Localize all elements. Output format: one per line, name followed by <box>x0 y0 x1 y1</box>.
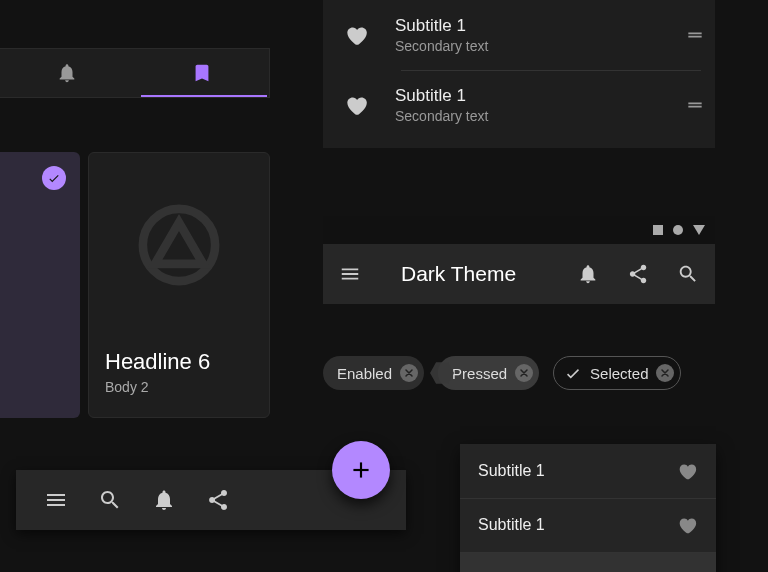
share-icon[interactable] <box>627 263 649 285</box>
chip-label: Enabled <box>337 365 392 382</box>
chip-selected[interactable]: Selected <box>553 356 681 390</box>
tab-notifications[interactable] <box>0 49 135 97</box>
chip-label: Selected <box>590 365 648 382</box>
chip-enabled[interactable]: Enabled <box>323 356 424 390</box>
list-item[interactable]: Subtitle 1 <box>460 552 716 572</box>
card-selected[interactable]: 6 <box>0 152 80 418</box>
search-icon[interactable] <box>677 263 699 285</box>
bookmark-icon <box>191 62 213 84</box>
heart-icon[interactable] <box>676 460 698 482</box>
menu-icon[interactable] <box>339 263 361 285</box>
list-item-title: Subtitle 1 <box>478 462 545 480</box>
card-headline: Headline 6 <box>105 349 253 375</box>
list-item-secondary: Secondary text <box>395 108 659 124</box>
bell-icon <box>56 62 78 84</box>
bell-icon[interactable] <box>152 488 176 512</box>
heart-icon <box>343 92 369 118</box>
chip-pressed[interactable]: Pressed <box>438 356 539 390</box>
chip-remove-icon[interactable] <box>515 364 533 382</box>
list-item[interactable]: Subtitle 1 <box>460 498 716 552</box>
tab-bar <box>0 48 270 98</box>
drag-handle-icon[interactable] <box>685 95 705 115</box>
share-icon[interactable] <box>206 488 230 512</box>
chip-remove-icon[interactable] <box>400 364 418 382</box>
drag-handle-icon[interactable] <box>685 25 705 45</box>
material-logo-icon <box>136 202 222 288</box>
list-item-title: Subtitle 1 <box>478 516 545 534</box>
list-item[interactable]: Subtitle 1 <box>460 444 716 498</box>
plus-icon <box>348 457 374 483</box>
status-square-icon <box>653 225 663 235</box>
list-item-title: Subtitle 1 <box>395 16 659 36</box>
list-item-title: Subtitle 1 <box>395 86 659 106</box>
heart-icon[interactable] <box>676 568 698 572</box>
fab-add[interactable] <box>332 441 390 499</box>
tab-bookmarks[interactable] <box>135 49 270 97</box>
app-bar-title: Dark Theme <box>401 262 549 286</box>
card-body: Body 2 <box>105 379 253 395</box>
status-bar <box>323 216 715 244</box>
app-bar: Dark Theme <box>323 244 715 304</box>
list-with-secondary: Subtitle 1 Secondary text Subtitle 1 Sec… <box>323 0 715 148</box>
bell-icon[interactable] <box>577 263 599 285</box>
list-item[interactable]: Subtitle 1 Secondary text <box>323 0 715 70</box>
heart-icon[interactable] <box>676 514 698 536</box>
chip-label: Pressed <box>452 365 507 382</box>
list-simple: Subtitle 1 Subtitle 1 Subtitle 1 <box>460 444 716 572</box>
card-selected-headline: 6 <box>0 348 68 376</box>
list-item[interactable]: Subtitle 1 Secondary text <box>323 70 715 140</box>
card-normal[interactable]: Headline 6 Body 2 <box>88 152 270 418</box>
status-triangle-icon <box>693 225 705 235</box>
menu-icon[interactable] <box>44 488 68 512</box>
list-item-secondary: Secondary text <box>395 38 659 54</box>
check-badge <box>42 166 66 190</box>
chip-row: Enabled Pressed Selected <box>323 356 681 390</box>
status-circle-icon <box>673 225 683 235</box>
check-icon <box>564 364 582 382</box>
chip-remove-icon[interactable] <box>656 364 674 382</box>
search-icon[interactable] <box>98 488 122 512</box>
heart-icon <box>343 22 369 48</box>
